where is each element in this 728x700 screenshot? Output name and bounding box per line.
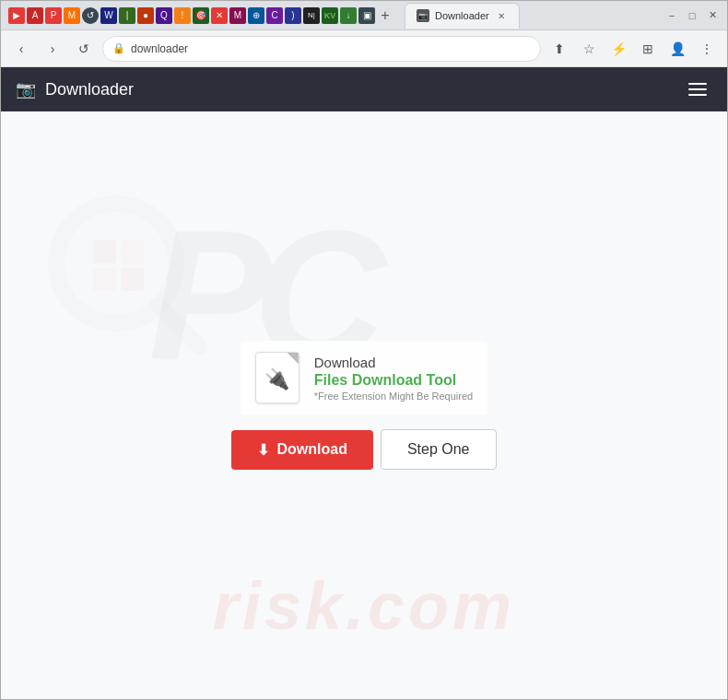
- menu-btn[interactable]: ⋮: [694, 36, 720, 62]
- favicon-18: ↓: [340, 7, 357, 24]
- new-tab-btn[interactable]: +: [377, 7, 393, 24]
- hamburger-line-2: [688, 88, 707, 90]
- navigation-bar: ‹ › ↺ 🔒 downloader ⬆ ☆ ⚡ ⊞ 👤 ⋮: [1, 30, 727, 67]
- app-title-text: Downloader: [45, 80, 134, 99]
- risk-watermark: risk.com: [1, 568, 727, 644]
- extensions-btn[interactable]: ⚡: [605, 36, 631, 62]
- tab-favicon: 📷: [417, 9, 429, 22]
- address-bar[interactable]: 🔒 downloader: [102, 36, 541, 62]
- buttons-row: ⬇ Download Step One: [231, 429, 496, 470]
- forward-btn[interactable]: ›: [40, 36, 65, 62]
- title-bar: ▶ A P M ↺ W | ● Q ! 🎯 ✕ M ⊕ C ) N| KV ↓ …: [1, 1, 727, 30]
- favicon-11: 🎯: [193, 7, 209, 24]
- download-info-card: 🔌 Download Files Download Tool *Free Ext…: [241, 341, 487, 414]
- browser-window: ▶ A P M ↺ W | ● Q ! 🎯 ✕ M ⊕ C ) N| KV ↓ …: [0, 0, 728, 700]
- address-text: downloader: [131, 42, 188, 55]
- center-content: 🔌 Download Files Download Tool *Free Ext…: [231, 341, 496, 470]
- profile-btn[interactable]: 👤: [664, 36, 690, 62]
- app-header: 📷 Downloader: [1, 67, 727, 111]
- title-bar-left: ▶ A P M ↺ W | ● Q ! 🎯 ✕ M ⊕ C ) N| KV ↓ …: [8, 3, 520, 29]
- favicon-2: A: [27, 7, 43, 24]
- svg-rect-4: [93, 268, 116, 291]
- file-corner: [288, 353, 299, 364]
- minimize-btn[interactable]: −: [664, 8, 679, 23]
- svg-rect-5: [121, 268, 144, 291]
- favicon-10: !: [174, 7, 191, 24]
- favicon-9: Q: [156, 7, 172, 24]
- download-btn-label: Download: [276, 441, 346, 458]
- favicon-5: ↺: [82, 7, 99, 24]
- hamburger-line-3: [688, 94, 707, 96]
- file-icon: 🔌: [255, 352, 299, 403]
- browser-favicon-row: ▶ A P M ↺ W | ● Q ! 🎯 ✕ M ⊕ C ) N| KV ↓ …: [8, 7, 393, 24]
- refresh-btn[interactable]: ↺: [71, 36, 97, 62]
- favicon-8: ●: [137, 7, 154, 24]
- step-one-button[interactable]: Step One: [381, 429, 497, 470]
- tab-label: Downloader: [435, 10, 489, 21]
- back-btn[interactable]: ‹: [8, 36, 34, 62]
- bookmark-btn[interactable]: ☆: [576, 36, 602, 62]
- favicon-6: W: [100, 7, 117, 24]
- lock-icon: 🔒: [112, 42, 125, 54]
- share-btn[interactable]: ⬆: [546, 36, 572, 62]
- favicon-19: ▣: [358, 7, 375, 24]
- active-tab[interactable]: 📷 Downloader ✕: [405, 3, 520, 29]
- main-content: PC risk.com 🔌 Download Files Download To…: [1, 111, 727, 699]
- camera-icon: 📷: [16, 79, 36, 99]
- favicon-4: M: [64, 7, 80, 24]
- usb-icon: 🔌: [264, 368, 289, 391]
- favicon-active-tab: ✕: [211, 7, 228, 24]
- favicon-13: ⊕: [248, 7, 264, 24]
- maximize-btn[interactable]: □: [685, 8, 699, 23]
- download-title: Download: [314, 355, 473, 370]
- download-text-info: Download Files Download Tool *Free Exten…: [314, 355, 473, 402]
- step-one-label: Step One: [407, 441, 470, 457]
- favicon-3: P: [45, 7, 62, 24]
- window-controls: − □ ✕: [664, 8, 720, 23]
- tab-close-btn[interactable]: ✕: [495, 9, 508, 22]
- nav-right-icons: ⬆ ☆ ⚡ ⊞ 👤 ⋮: [546, 36, 720, 62]
- hamburger-menu-btn[interactable]: [683, 75, 712, 104]
- svg-rect-2: [93, 240, 116, 263]
- svg-rect-3: [121, 240, 144, 263]
- favicon-12: M: [229, 7, 246, 24]
- favicon-7: |: [119, 7, 135, 24]
- favicon-16: N|: [303, 7, 320, 24]
- app-title-group: 📷 Downloader: [16, 79, 134, 99]
- favicon-1: ▶: [8, 7, 25, 24]
- favicon-17: KV: [322, 7, 338, 24]
- close-btn[interactable]: ✕: [705, 8, 720, 23]
- download-note: *Free Extension Might Be Required: [314, 391, 473, 402]
- split-btn[interactable]: ⊞: [635, 36, 661, 62]
- tool-name: Files Download Tool: [314, 372, 473, 389]
- download-icon: ⬇: [257, 441, 269, 459]
- hamburger-line-1: [688, 83, 707, 85]
- favicon-15: ): [285, 7, 301, 24]
- favicon-14: C: [266, 7, 283, 24]
- download-button[interactable]: ⬇ Download: [231, 430, 372, 470]
